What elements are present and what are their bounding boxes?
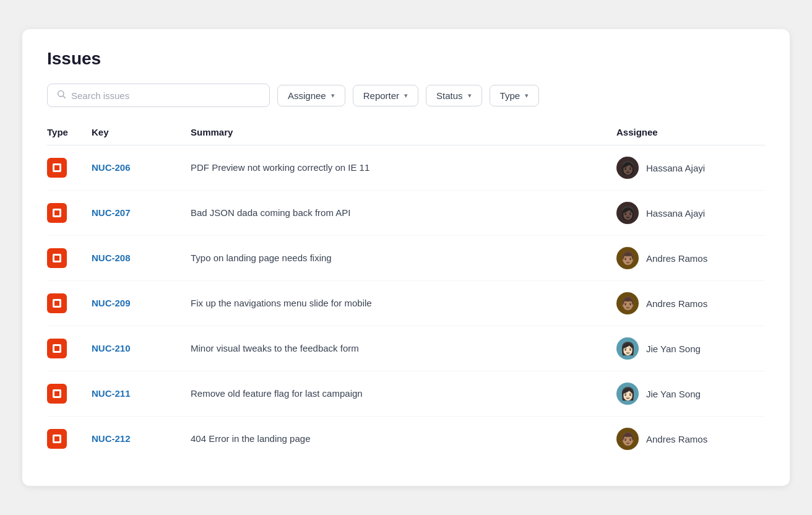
page-title: Issues [47,49,765,69]
issue-summary: 404 Error in the landing page [191,433,310,444]
table-body: NUC-206 PDF Preview not working correctl… [47,145,765,461]
issue-key-link[interactable]: NUC-211 [92,388,131,399]
toolbar: Assignee ▾ Reporter ▾ Status ▾ Type ▾ [47,84,765,107]
assignee-cell: 👩🏿 Hassana Ajayi [616,157,765,179]
assignee-filter-button[interactable]: Assignee ▾ [277,85,345,106]
search-icon [56,89,66,102]
issue-summary: Fix up the navigations menu slide for mo… [191,298,372,308]
avatar: 👩🏿 [616,157,639,179]
issue-type-icon [47,248,67,268]
key-cell: NUC-207 [92,207,191,219]
issue-type-inner [53,254,61,262]
key-cell: NUC-212 [92,433,191,444]
table-row[interactable]: NUC-207 Bad JSON dada coming back from A… [47,191,765,236]
issue-type-inner [53,299,61,308]
issues-card: Issues Assignee ▾ Reporter ▾ Status ▾ Ty… [22,29,790,486]
assignee-cell: 👩🏻 Jie Yan Song [616,337,765,360]
assignee-name: Hassana Ajayi [646,163,705,173]
issue-type-inner [53,163,61,172]
search-input[interactable] [71,90,261,101]
type-cell [47,293,92,313]
issue-type-icon [47,203,67,223]
assignee-cell: 👨🏽 Andres Ramos [616,247,765,269]
issue-key-link[interactable]: NUC-210 [92,343,131,353]
type-filter-button[interactable]: Type ▾ [490,85,540,106]
type-cell [47,203,92,223]
table-row[interactable]: NUC-211 Remove old feature flag for last… [47,371,765,417]
key-cell: NUC-206 [92,162,191,173]
issue-key-link[interactable]: NUC-207 [92,207,131,218]
summary-cell: Fix up the navigations menu slide for mo… [191,298,616,309]
chevron-down-icon: ▾ [331,92,335,100]
assignee-cell: 👩🏻 Jie Yan Song [616,383,765,405]
summary-cell: 404 Error in the landing page [191,433,616,444]
key-cell: NUC-209 [92,298,191,309]
assignee-name: Andres Ramos [646,434,707,444]
table-row[interactable]: NUC-212 404 Error in the landing page 👨🏽… [47,417,765,461]
type-cell [47,339,92,358]
summary-cell: Bad JSON dada coming back from API [191,207,616,219]
avatar: 👩🏻 [616,383,639,405]
issue-type-inner [53,435,61,443]
issue-type-icon [47,429,67,449]
table-row[interactable]: NUC-209 Fix up the navigations menu slid… [47,281,765,326]
avatar: 👩🏻 [616,337,639,360]
reporter-filter-button[interactable]: Reporter ▾ [353,85,418,106]
issue-type-icon [47,384,67,404]
table-row[interactable]: NUC-206 PDF Preview not working correctl… [47,145,765,191]
issue-key-link[interactable]: NUC-206 [92,162,131,173]
issue-type-inner [53,389,61,398]
summary-cell: Minor visual tweaks to the feedback form [191,343,616,354]
col-assignee: Assignee [616,127,765,137]
issue-type-icon [47,158,67,178]
type-cell [47,429,92,449]
assignee-cell: 👨🏽 Andres Ramos [616,428,765,450]
col-summary: Summary [191,127,616,137]
assignee-name: Hassana Ajayi [646,208,705,219]
chevron-down-icon: ▾ [525,92,529,100]
issue-summary: Bad JSON dada coming back from API [191,207,350,218]
key-cell: NUC-208 [92,253,191,264]
table-row[interactable]: NUC-210 Minor visual tweaks to the feedb… [47,326,765,371]
issue-type-inner [53,344,61,353]
issue-summary: Minor visual tweaks to the feedback form [191,343,359,353]
issue-key-link[interactable]: NUC-212 [92,433,131,444]
issue-summary: Remove old feature flag for last campaig… [191,388,363,399]
summary-cell: Typo on landing page needs fixing [191,253,616,264]
svg-line-1 [63,96,66,98]
issue-summary: PDF Preview not working correctly on IE … [191,162,369,173]
chevron-down-icon: ▾ [468,92,472,100]
type-cell [47,384,92,404]
issue-key-link[interactable]: NUC-209 [92,298,131,308]
avatar: 👩🏿 [616,202,639,224]
issue-key-link[interactable]: NUC-208 [92,253,131,263]
summary-cell: Remove old feature flag for last campaig… [191,388,616,399]
avatar: 👨🏽 [616,428,639,450]
avatar: 👨🏽 [616,292,639,314]
issue-summary: Typo on landing page needs fixing [191,253,332,263]
assignee-cell: 👩🏿 Hassana Ajayi [616,202,765,224]
col-type: Type [47,127,92,137]
svg-point-0 [58,91,64,97]
summary-cell: PDF Preview not working correctly on IE … [191,162,616,173]
type-cell [47,248,92,268]
issue-type-icon [47,293,67,313]
avatar: 👨🏽 [616,247,639,269]
assignee-name: Andres Ramos [646,253,707,264]
assignee-name: Jie Yan Song [646,389,701,399]
key-cell: NUC-210 [92,343,191,354]
issue-type-icon [47,339,67,358]
chevron-down-icon: ▾ [404,92,408,100]
status-filter-button[interactable]: Status ▾ [426,85,482,106]
issue-type-inner [53,209,61,217]
table-row[interactable]: NUC-208 Typo on landing page needs fixin… [47,236,765,281]
key-cell: NUC-211 [92,388,191,399]
col-key: Key [92,127,191,137]
table-header: Type Key Summary Assignee [47,127,765,145]
assignee-cell: 👨🏽 Andres Ramos [616,292,765,314]
search-wrapper[interactable] [47,84,270,107]
assignee-name: Jie Yan Song [646,344,701,354]
assignee-name: Andres Ramos [646,298,707,309]
issues-table: Type Key Summary Assignee NUC-206 PDF Pr… [47,127,765,461]
type-cell [47,158,92,178]
